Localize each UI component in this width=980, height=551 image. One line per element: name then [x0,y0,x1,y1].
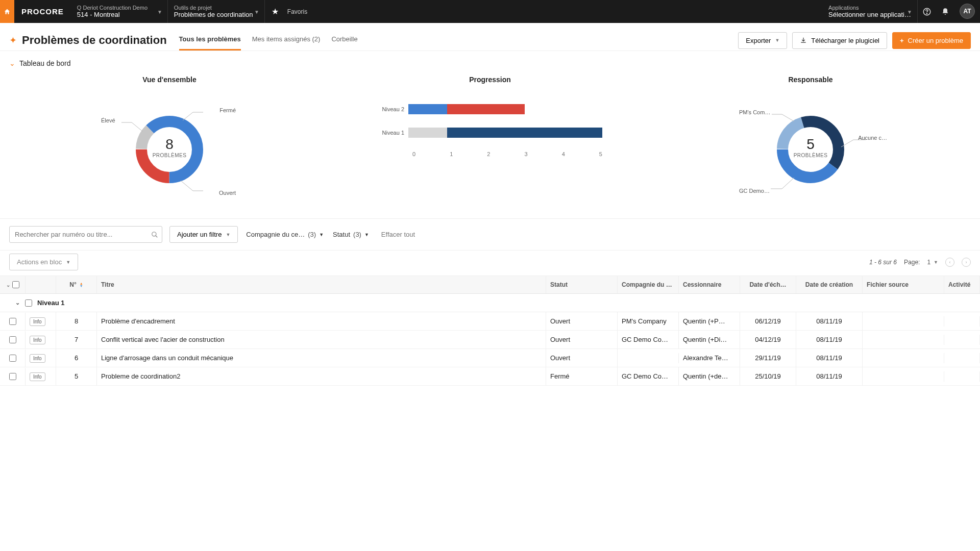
row-title: Ligne d'arrosage dans un conduit mécaniq… [97,349,546,367]
page-selector[interactable]: 1 ▼ [927,259,938,266]
filter-company-count: (3) [308,231,316,238]
company-project-selector[interactable]: Q Deriot Construction Demo 514 - Montrea… [71,0,168,23]
info-badge[interactable]: Info [30,372,45,381]
info-badge[interactable]: Info [30,354,45,363]
header-activity[interactable]: Activité [944,276,980,293]
download-label: Télécharger le plugiciel [811,37,879,44]
home-button[interactable] [0,0,14,23]
page-label: Page: [904,259,920,266]
row-activity [944,371,980,382]
legend-pms: PM's Com… [739,109,770,115]
row-due: 04/12/19 [740,331,796,348]
header-status[interactable]: Statut [546,276,618,293]
row-checkbox[interactable] [9,373,16,380]
create-issue-button[interactable]: + Créer un problème [892,32,971,49]
apps-label: Applications [828,5,911,11]
select-all-checkbox[interactable] [12,281,19,288]
row-assignee: Quentin (+de… [679,367,740,385]
table-row[interactable]: Info5Probleme de coordination2FerméGC De… [0,367,980,386]
user-avatar[interactable]: AT [960,4,975,19]
help-button[interactable] [918,0,936,23]
notifications-button[interactable] [936,0,954,23]
row-created: 08/11/19 [796,312,863,330]
add-filter-button[interactable]: Ajouter un filtre ▼ [169,226,238,243]
info-badge[interactable]: Info [30,336,45,344]
chevron-down-icon: ▼ [66,260,70,265]
row-checkbox[interactable] [9,336,16,343]
overview-donut: 8 PROBLÈMES Fermé Ouvert Élevé [98,91,241,203]
svg-line-9 [132,122,143,132]
group-header-niveau1[interactable]: ⌄ Niveau 1 [0,294,980,312]
legend-none: Aucune c… [858,135,887,141]
svg-point-20 [152,232,156,236]
owner-count-label: PROBLÈMES [794,153,828,158]
favorites-label[interactable]: Favoris [285,0,307,23]
header-info [26,276,56,293]
tab-my-items[interactable]: Mes items assignés (2) [252,30,321,51]
row-source [863,353,944,363]
favorite-star-button[interactable]: ★ [265,0,285,23]
download-plugin-button[interactable]: Télécharger le plugiciel [792,32,887,49]
card-progress: Progression Niveau 2 Niveau 1 [330,76,650,203]
header-created[interactable]: Date de création [796,276,863,293]
group-checkbox[interactable] [25,299,32,307]
page-number: 1 [927,259,930,266]
puzzle-icon: ✦ [9,35,17,46]
header-number[interactable]: N° ▲▼ [56,276,97,293]
bulk-actions-label: Actions en bloc [17,258,62,266]
prev-page-button[interactable]: ‹ [945,258,954,267]
header-due[interactable]: Date d'éch… [740,276,796,293]
chevron-down-icon[interactable]: ⌄ [6,282,10,288]
tab-trash[interactable]: Corbeille [331,30,357,51]
brand-logo[interactable]: PROCORE [14,0,71,23]
filter-company[interactable]: Compagnie du ce… (3) ▼ [245,228,325,241]
filter-company-label: Compagnie du ce… [246,231,305,238]
row-company: GC Demo Co… [618,331,679,348]
export-button[interactable]: Exporter ▼ [738,32,787,49]
legend-gc: GC Demo… [739,188,770,194]
svg-point-1 [926,13,927,14]
bulk-actions-button[interactable]: Actions en bloc ▼ [9,254,78,270]
apps-value: Sélectionner une applicati… [828,11,911,18]
row-created: 08/11/19 [796,349,863,367]
filter-status-count: (3) [353,231,361,238]
header-company[interactable]: Compagnie du ce… [618,276,679,293]
next-page-button[interactable]: › [962,258,971,267]
svg-line-5 [183,112,193,120]
clear-filters[interactable]: Effacer tout [381,231,415,238]
header-source[interactable]: Fichier source [863,276,944,293]
tool-name: Problèmes de coordination [174,11,258,18]
svg-line-14 [782,114,794,121]
tool-selector[interactable]: Outils de projet Problèmes de coordinati… [168,0,265,23]
issues-table: ⌄ N° ▲▼ Titre Statut Compagnie du ce… Ce… [0,276,980,386]
card-title: Responsable [788,76,832,84]
row-activity [944,353,980,363]
chevron-down-icon: ▼ [319,232,324,237]
header-assignee[interactable]: Cessionnaire [679,276,740,293]
card-overview: Vue d'ensemble 8 PROBLÈMES Fermé Ouvert … [9,76,330,203]
header-title[interactable]: Titre [97,276,546,293]
table-row[interactable]: Info8Problème d'encadrementOuvertPM's Co… [0,312,980,331]
row-title: Problème d'encadrement [97,312,546,330]
apps-selector[interactable]: Applications Sélectionner une applicati…… [822,0,918,23]
filter-status[interactable]: Statut (3) ▼ [332,228,370,241]
dashboard-toggle[interactable]: ⌄ Tableau de bord [0,51,980,70]
chevron-down-icon: ▼ [364,232,369,237]
filter-status-label: Statut [333,231,350,238]
row-number: 8 [56,312,97,330]
owner-count: 5 [794,136,828,153]
search-input[interactable] [9,226,162,243]
progress-chart: Niveau 2 Niveau 1 012345 [378,91,602,157]
row-checkbox[interactable] [9,355,16,362]
search-box [9,226,162,243]
chevron-down-icon: ⌄ [15,299,20,306]
info-badge[interactable]: Info [30,317,45,326]
table-row[interactable]: Info7Conflit vertical avec l'acier de co… [0,331,980,349]
row-checkbox[interactable] [9,318,16,325]
row-status: Ouvert [546,349,618,367]
filter-bar: Ajouter un filtre ▼ Compagnie du ce… (3)… [0,219,980,250]
tab-all-issues[interactable]: Tous les problèmes [179,30,241,51]
chevron-down-icon: ▼ [934,260,938,265]
table-row[interactable]: Info6Ligne d'arrosage dans un conduit mé… [0,349,980,367]
row-assignee: Quentin (+P… [679,312,740,330]
